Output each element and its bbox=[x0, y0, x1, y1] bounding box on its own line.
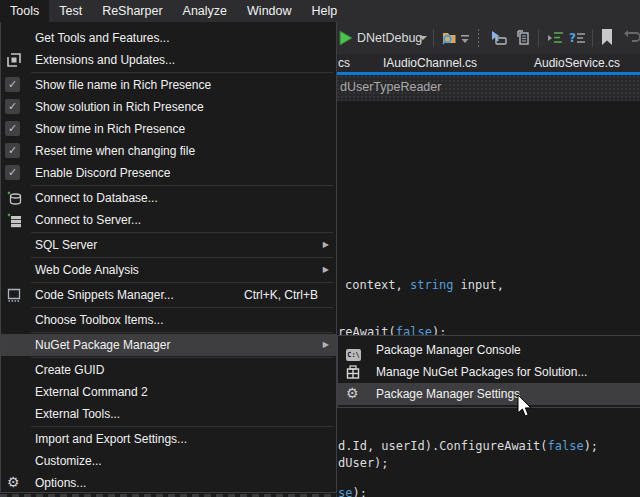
main-menu-bar: Tools Test ReSharper Analyze Window Help bbox=[0, 0, 640, 22]
run-config-dropdown-icon[interactable] bbox=[419, 36, 427, 40]
menu-window[interactable]: Window bbox=[237, 0, 301, 22]
navigation-bar-type[interactable]: dUserTypeReader bbox=[340, 80, 441, 94]
menu-separator bbox=[31, 426, 333, 427]
tab-partial[interactable]: cs bbox=[338, 54, 350, 72]
menu-item-enable-discord-presence[interactable]: ✓ Enable Discord Presence bbox=[1, 162, 336, 184]
submenu-arrow-icon: ▶ bbox=[323, 340, 329, 349]
tools-dropdown-menu: Get Tools and Features... Extensions and… bbox=[0, 22, 337, 493]
menu-resharper[interactable]: ReSharper bbox=[92, 0, 172, 22]
console-icon: C:\ bbox=[346, 343, 362, 357]
menu-item-get-tools-and-features[interactable]: Get Tools and Features... bbox=[1, 27, 336, 49]
menu-separator bbox=[31, 332, 333, 333]
menu-item-create-guid[interactable]: Create GUID bbox=[1, 359, 336, 381]
menu-separator bbox=[31, 307, 333, 308]
menu-item-show-time-rich-presence[interactable]: ✓ Show time in Rich Presence bbox=[1, 118, 336, 140]
menu-item-extensions-and-updates[interactable]: Extensions and Updates... bbox=[1, 49, 336, 71]
menu-separator bbox=[31, 232, 333, 233]
code-line: context, string input, bbox=[345, 279, 504, 292]
menu-item-sql-server[interactable]: SQL Server ▶ bbox=[1, 234, 336, 256]
submenu-item-package-manager-console[interactable]: C:\ Package Manager Console bbox=[338, 339, 640, 361]
code-line: dUser); bbox=[338, 457, 389, 470]
run-configuration-label[interactable]: DNetDebug bbox=[357, 31, 422, 45]
menu-item-nuget-package-manager[interactable]: NuGet Package Manager ▶ bbox=[1, 334, 336, 356]
menu-item-import-export-settings[interactable]: Import and Export Settings... bbox=[1, 428, 336, 450]
checkmark-icon: ✓ bbox=[5, 165, 20, 180]
gear-icon: ⚙ bbox=[7, 475, 23, 489]
menu-test[interactable]: Test bbox=[49, 0, 92, 22]
menu-item-external-tools[interactable]: External Tools... bbox=[1, 403, 336, 425]
gear-icon: ⚙ bbox=[346, 386, 362, 400]
submenu-item-package-manager-settings[interactable]: ⚙ Package Manager Settings bbox=[338, 383, 640, 405]
menu-item-choose-toolbox-items[interactable]: Choose Toolbox Items... bbox=[1, 309, 336, 331]
menu-item-connect-to-server[interactable]: Connect to Server... bbox=[1, 209, 336, 231]
menu-item-show-file-name-rich-presence[interactable]: ✓ Show file name in Rich Presence bbox=[1, 74, 336, 96]
code-line: se); bbox=[338, 487, 367, 497]
tab-audioservice[interactable]: AudioService.cs bbox=[534, 54, 620, 72]
format-document-icon[interactable] bbox=[547, 31, 564, 45]
submenu-item-manage-nuget-packages[interactable]: Manage NuGet Packages for Solution... bbox=[338, 361, 640, 383]
checkmark-icon: ✓ bbox=[5, 121, 20, 136]
menu-item-reset-time-changing-file[interactable]: ✓ Reset time when changing file bbox=[1, 140, 336, 162]
menu-item-customize[interactable]: Customize... bbox=[1, 450, 336, 472]
menu-item-connect-to-database[interactable]: Connect to Database... bbox=[1, 187, 336, 209]
menu-separator bbox=[31, 257, 333, 258]
snippets-icon bbox=[7, 288, 23, 302]
menu-tools[interactable]: Tools bbox=[0, 0, 49, 22]
checkmark-icon: ✓ bbox=[5, 143, 20, 158]
find-dropdown-icon[interactable] bbox=[460, 34, 470, 44]
menu-analyze[interactable]: Analyze bbox=[173, 0, 237, 22]
menu-item-external-command-2[interactable]: External Command 2 bbox=[1, 381, 336, 403]
navigate-to-icon[interactable] bbox=[490, 30, 508, 46]
menu-separator bbox=[31, 72, 333, 73]
code-line: d.Id, userId).ConfigureAwait(false); bbox=[338, 440, 598, 453]
submenu-arrow-icon: ▶ bbox=[323, 240, 329, 249]
menu-separator bbox=[31, 282, 333, 283]
menu-item-code-snippets-manager[interactable]: Code Snippets Manager... Ctrl+K, Ctrl+B bbox=[1, 284, 336, 306]
package-icon bbox=[346, 365, 362, 379]
mouse-cursor-icon bbox=[517, 395, 533, 423]
bookmark-icon[interactable] bbox=[601, 29, 613, 46]
find-in-files-icon[interactable] bbox=[441, 30, 458, 46]
server-icon bbox=[7, 213, 23, 227]
menu-item-options[interactable]: ⚙ Options... bbox=[1, 472, 336, 494]
database-icon bbox=[7, 191, 23, 205]
run-icon[interactable] bbox=[339, 30, 353, 46]
menu-help[interactable]: Help bbox=[302, 0, 348, 22]
sync-copy-icon[interactable] bbox=[513, 30, 530, 46]
menu-separator bbox=[31, 357, 333, 358]
toolbar-separator bbox=[433, 29, 434, 47]
tab-iaudiochannel[interactable]: IAudioChannel.cs bbox=[383, 54, 477, 72]
checkmark-icon: ✓ bbox=[5, 77, 20, 92]
toolbar-separator bbox=[538, 29, 539, 47]
toolbar-drag-grip[interactable] bbox=[477, 28, 480, 48]
extensions-icon bbox=[7, 53, 23, 67]
shortcut-label: Ctrl+K, Ctrl+B bbox=[244, 288, 318, 302]
checkmark-icon: ✓ bbox=[5, 99, 20, 114]
menu-item-show-solution-rich-presence[interactable]: ✓ Show solution in Rich Presence bbox=[1, 96, 336, 118]
prev-bookmark-icon[interactable] bbox=[624, 30, 640, 45]
comment-help-icon[interactable]: ? bbox=[568, 30, 586, 46]
menu-separator bbox=[31, 185, 333, 186]
nuget-package-manager-submenu: C:\ Package Manager Console Manage NuGet… bbox=[337, 335, 640, 408]
submenu-arrow-icon: ▶ bbox=[323, 265, 329, 274]
svg-text:?: ? bbox=[569, 31, 576, 45]
menu-item-web-code-analysis[interactable]: Web Code Analysis ▶ bbox=[1, 259, 336, 281]
toolbar-separator bbox=[592, 29, 593, 47]
